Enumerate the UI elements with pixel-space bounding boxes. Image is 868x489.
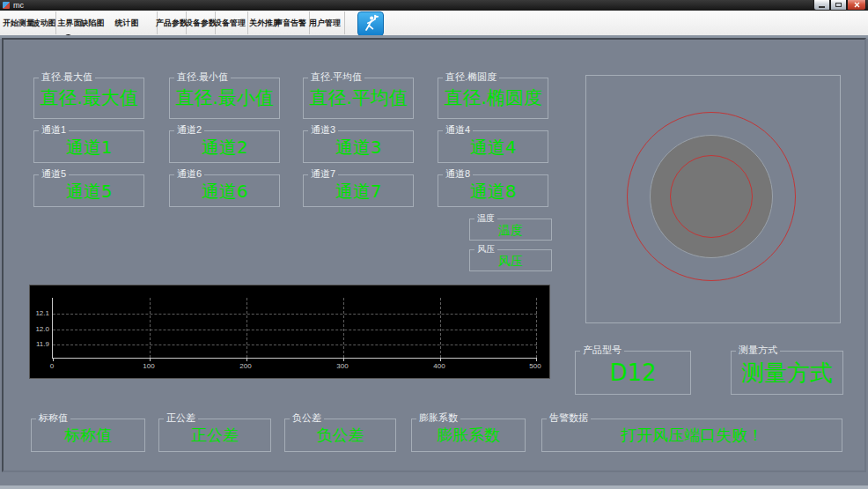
nominal-value-box: 标称值 标称值 — [31, 419, 145, 452]
stat-label: 直径.最小值 — [174, 71, 231, 83]
toolbar-separator — [247, 11, 248, 34]
plus-tolerance-box: 正公差 正公差 — [158, 419, 271, 452]
nominal-value-label: 标称值 — [36, 412, 70, 424]
channel-value: 通道6 — [202, 182, 248, 200]
chart-gridline — [53, 314, 537, 315]
chart-tick — [150, 358, 151, 361]
product-model-label: 产品型号 — [580, 345, 624, 356]
channel-box-8: 通道8 通道8 — [438, 174, 548, 207]
temperature-box: 温度 温度 — [469, 219, 552, 241]
channel-label: 通道8 — [443, 168, 473, 180]
channel-value: 通道2 — [202, 138, 248, 156]
channel-box-5: 通道5 通道5 — [33, 174, 144, 207]
y-tick-label: 12.1 — [30, 309, 49, 317]
btn-user-manage[interactable]: 用户管理 — [313, 13, 337, 33]
stat-value: 直径.最大值 — [40, 89, 138, 107]
channel-box-3: 通道3 通道3 — [303, 130, 414, 163]
channel-label: 通道1 — [39, 124, 69, 136]
nominal-value: 标称值 — [64, 427, 112, 443]
tolerance-inner-ring — [670, 155, 753, 238]
plus-tolerance-value: 正公差 — [191, 427, 239, 443]
stat-label: 直径.椭圆度 — [443, 71, 499, 83]
window-app-icon — [3, 2, 10, 9]
channel-value: 通道7 — [335, 182, 382, 200]
trend-chart: 12.1 12.0 11.9 0 100 200 300 400 500 — [29, 285, 550, 379]
plus-tolerance-label: 正公差 — [164, 412, 198, 424]
chart-gridline — [150, 298, 151, 358]
air-pressure-value: 风压 — [498, 255, 523, 267]
channel-label: 通道6 — [174, 168, 204, 180]
main-panel: 直径.最大值 直径.最大值 直径.最小值 直径.最小值 直径.平均值 直径.平均… — [2, 38, 866, 472]
stat-box-diameter-max: 直径.最大值 直径.最大值 — [33, 78, 144, 119]
alarm-data-label: 告警数据 — [547, 412, 591, 424]
x-tick-label: 500 — [522, 362, 548, 370]
btn-wave-chart[interactable]: 波动图 — [33, 13, 55, 33]
expansion-coeff-box: 膨胀系数 膨胀系数 — [411, 419, 526, 452]
btn-device-manage[interactable]: 设备管理 — [217, 13, 242, 33]
channel-box-1: 通道1 通道1 — [33, 130, 144, 163]
x-tick-label: 200 — [232, 362, 259, 370]
stat-value: 直径.平均值 — [309, 89, 408, 107]
btn-start-measure[interactable]: 开始测量 — [4, 13, 33, 33]
stat-box-ovality: 直径.椭圆度 直径.椭圆度 — [438, 78, 548, 119]
channel-box-2: 通道2 通道2 — [169, 130, 280, 163]
channel-label: 通道5 — [39, 168, 69, 180]
measure-mode-box: 测量方式 测量方式 — [731, 351, 843, 395]
maximize-icon — [835, 3, 842, 7]
chart-gridline — [246, 298, 247, 358]
channel-box-7: 通道7 通道7 — [303, 174, 414, 207]
y-tick-label: 11.9 — [30, 340, 49, 348]
bottom-strip — [0, 485, 868, 489]
app-logo-button[interactable] — [357, 11, 384, 36]
chart-tick — [246, 358, 247, 361]
btn-external-screen[interactable]: 关外推屏 — [253, 13, 277, 33]
product-model-value: D12 — [609, 361, 656, 384]
x-tick-label: 100 — [136, 362, 162, 370]
minus-tolerance-value: 负公差 — [317, 427, 364, 443]
btn-sound-alarm[interactable]: 声音告警 — [278, 13, 303, 33]
minimize-button[interactable] — [813, 0, 830, 11]
channel-box-6: 通道6 通道6 — [169, 174, 280, 207]
product-model-box: 产品型号 D12 — [575, 351, 691, 395]
btn-device-params[interactable]: 设备参数 — [188, 13, 213, 33]
toolbar-separator — [55, 11, 56, 34]
maximize-button[interactable] — [830, 0, 847, 11]
x-tick-label: 400 — [426, 362, 452, 370]
btn-main-screen[interactable]: 主界面 — [58, 13, 81, 33]
minimize-icon — [819, 6, 825, 8]
chart-plot-area — [52, 298, 537, 359]
chart-tick — [53, 358, 54, 361]
channel-label: 通道2 — [174, 124, 204, 136]
close-button[interactable] — [847, 0, 866, 11]
expansion-coeff-value: 膨胀系数 — [437, 427, 500, 443]
channel-label: 通道4 — [443, 124, 473, 136]
window-title: mc — [13, 2, 24, 10]
channel-value: 通道4 — [470, 138, 517, 156]
btn-product-params[interactable]: 产品参数 — [159, 13, 184, 33]
close-icon — [854, 2, 860, 8]
temperature-label: 温度 — [474, 212, 497, 224]
temperature-value: 温度 — [498, 224, 523, 236]
stat-value: 直径.椭圆度 — [444, 89, 542, 107]
cross-section-display — [585, 75, 841, 323]
toolbar: 开始测量 波动图 主界面 缺陷图 统计图 产品参数 设备参数 设备管理 关外推屏… — [0, 11, 868, 36]
stat-label: 直径.最大值 — [39, 71, 95, 83]
minus-tolerance-label: 负公差 — [290, 412, 324, 424]
chart-tick — [440, 358, 441, 361]
minus-tolerance-box: 负公差 负公差 — [284, 419, 396, 452]
stat-label: 直径.平均值 — [308, 71, 364, 83]
x-tick-label: 300 — [329, 362, 356, 370]
stat-box-diameter-min: 直径.最小值 直径.最小值 — [169, 78, 280, 119]
chart-gridline — [536, 298, 537, 358]
figure-flag-icon — [360, 13, 381, 34]
titlebar: mc — [0, 0, 868, 11]
y-tick-label: 12.0 — [30, 325, 49, 333]
measure-mode-value: 测量方式 — [741, 361, 833, 384]
air-pressure-label: 风压 — [474, 243, 497, 255]
chart-gridline — [53, 330, 537, 330]
btn-stats-chart[interactable]: 统计图 — [115, 13, 138, 33]
btn-defect-chart[interactable]: 缺陷图 — [81, 13, 104, 33]
channel-label: 通道3 — [308, 124, 338, 136]
channel-value: 通道3 — [335, 138, 382, 156]
expansion-coeff-label: 膨胀系数 — [416, 412, 460, 424]
